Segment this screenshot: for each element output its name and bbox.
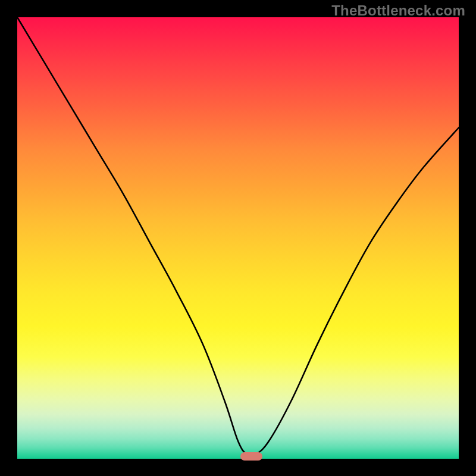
bottleneck-curve-svg [17,17,459,459]
optimum-marker [240,452,262,461]
watermark-text: TheBottleneck.com [331,2,465,19]
bottleneck-curve-path [17,17,459,456]
plot-area [17,17,459,459]
chart-frame: TheBottleneck.com [0,0,476,476]
